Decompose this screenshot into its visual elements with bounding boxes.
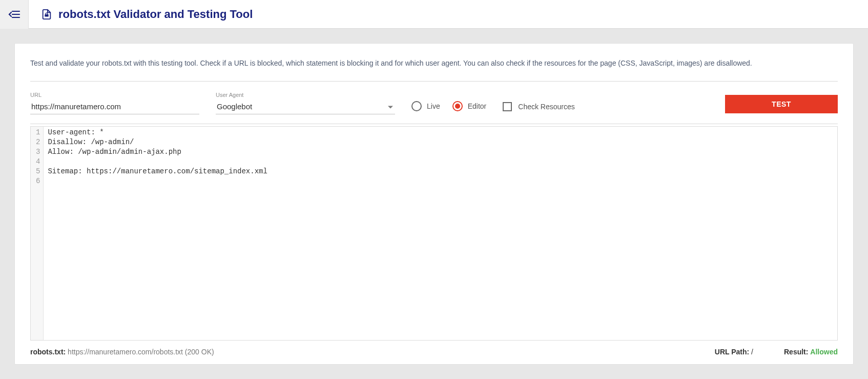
check-resources-label: Check Resources [518,103,575,111]
code-line [48,176,833,186]
user-agent-field: User Agent Googlebot [216,92,395,114]
user-agent-select[interactable]: Googlebot [216,100,395,114]
checkbox-icon [503,102,512,111]
url-field: URL [30,92,199,114]
page-title-text: robots.txt Validator and Testing Tool [58,8,253,21]
intro-text: Test and validate your robots.txt with t… [30,58,838,82]
file-icon [41,9,52,20]
main-card: Test and validate your robots.txt with t… [14,43,854,365]
code-line: Sitemap: https://manuretamero.com/sitema… [48,167,833,176]
editor-gutter: 123456 [31,127,44,340]
result-status: Result: Allowed [784,348,838,356]
line-number: 3 [36,147,40,157]
code-editor[interactable]: 123456 User-agent: *Disallow: /wp-admin/… [30,126,838,341]
url-input[interactable] [30,100,199,114]
line-number: 5 [36,167,40,176]
mode-editor-label: Editor [468,102,487,110]
url-path-label: URL Path: [715,348,749,356]
line-number: 6 [36,176,40,186]
code-line: Allow: /wp-admin/admin-ajax.php [48,147,833,157]
line-number: 1 [36,128,40,137]
mode-live-radio[interactable]: Live [411,101,440,111]
url-path-value: / [751,348,753,356]
result-value: Allowed [810,348,838,356]
controls-row: URL User Agent Googlebot Live Editor Che… [30,82,838,124]
test-button[interactable]: TEST [725,95,838,113]
code-line: User-agent: * [48,128,833,137]
code-line [48,157,833,167]
robots-status: robots.txt: https://manuretamero.com/rob… [30,348,214,356]
mode-radio-group: Live Editor [411,101,486,114]
status-bar: robots.txt: https://manuretamero.com/rob… [30,341,838,356]
line-number: 2 [36,137,40,147]
menu-collapse-icon [8,8,20,21]
robots-label: robots.txt: [30,348,66,356]
robots-value: https://manuretamero.com/robots.txt (200… [68,348,214,356]
code-line: Disallow: /wp-admin/ [48,137,833,147]
url-path-status: URL Path: / [715,348,753,356]
svg-rect-3 [45,14,48,17]
radio-icon [411,101,422,111]
page-title: robots.txt Validator and Testing Tool [29,8,253,21]
line-number: 4 [36,157,40,167]
editor-content[interactable]: User-agent: *Disallow: /wp-admin/Allow: … [44,127,837,340]
mode-live-label: Live [427,102,440,110]
url-label: URL [30,92,199,98]
top-bar: robots.txt Validator and Testing Tool [0,0,868,29]
check-resources-checkbox[interactable]: Check Resources [503,102,575,114]
mode-editor-radio[interactable]: Editor [452,101,487,111]
radio-checked-icon [452,101,463,111]
result-label: Result: [784,348,808,356]
user-agent-label: User Agent [216,92,395,98]
menu-toggle[interactable] [0,0,29,29]
